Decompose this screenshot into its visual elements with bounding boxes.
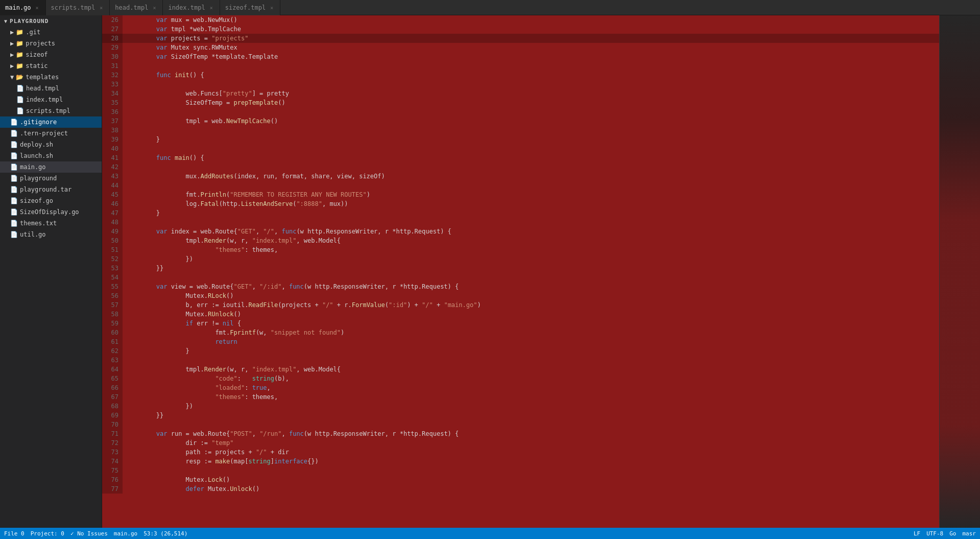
code-line: 56 Mutex.RLock() — [102, 291, 939, 300]
chevron-down-icon: ▼ — [10, 74, 14, 81]
status-file-index: File 0 — [4, 530, 25, 537]
code-line: 74 resp := make(map[string]interface{}) — [102, 457, 939, 466]
code-line: 65 "code": string(b), — [102, 374, 939, 383]
sidebar-item-templates[interactable]: ▼ 📂 templates — [0, 72, 102, 83]
sidebar-item-label: main.go — [20, 163, 46, 171]
file-icon: 📄 — [16, 96, 24, 103]
code-line: 37 tmpl = web.NewTmplCache() — [102, 116, 939, 126]
sidebar-item-label: head.tmpl — [26, 85, 59, 92]
status-masn: masr — [963, 530, 976, 537]
sidebar-item-index-tmpl[interactable]: 📄 index.tmpl — [0, 94, 102, 105]
tab-head-tmpl[interactable]: head.tmpl × — [110, 0, 163, 15]
code-line: 73 path := projects + "/" + dir — [102, 448, 939, 457]
sidebar-item-label: util.go — [20, 231, 46, 238]
sidebar-root[interactable]: ▼ playground — [0, 15, 102, 27]
tab-close-main-go[interactable]: × — [34, 5, 40, 11]
tab-close-sizeof-tmpl[interactable]: × — [269, 5, 275, 11]
sidebar-item-scripts-tmpl[interactable]: 📄 scripts.tmpl — [0, 105, 102, 116]
sidebar-item-gitignore[interactable]: 📄 .gitignore — [0, 116, 102, 128]
minimap[interactable] — [939, 15, 980, 528]
sidebar-item-projects[interactable]: ▶ 📁 projects — [0, 38, 102, 49]
sidebar-item-label: SizeOfDisplay.go — [20, 208, 79, 216]
code-line: 44 — [102, 181, 939, 190]
file-icon: 📄 — [10, 152, 18, 159]
code-line: 55 var view = web.Route{"GET", "/:id", f… — [102, 282, 939, 291]
status-bar: File 0 Project: 0 ✓ No Issues main.go 53… — [0, 528, 980, 539]
status-left: File 0 Project: 0 ✓ No Issues main.go 53… — [4, 530, 187, 537]
tab-sizeof-tmpl[interactable]: sizeof.tmpl × — [220, 0, 281, 15]
code-line: 36 — [102, 107, 939, 116]
file-icon: 📄 — [10, 130, 18, 137]
tab-close-index-tmpl[interactable]: × — [208, 5, 214, 11]
sidebar-item-tern-project[interactable]: 📄 .tern-project — [0, 128, 102, 139]
code-line: 49 var index = web.Route{"GET", "/", fun… — [102, 227, 939, 236]
code-line: 34 web.Funcs["pretty"] = pretty — [102, 89, 939, 98]
code-line: 53 }} — [102, 264, 939, 273]
chevron-right-icon: ▶ — [10, 51, 14, 58]
sidebar-root-label: playground — [10, 18, 49, 25]
code-line: 39 } — [102, 135, 939, 144]
tab-label: main.go — [5, 4, 31, 11]
code-line: 42 — [102, 162, 939, 172]
tab-close-head-tmpl[interactable]: × — [151, 5, 157, 11]
file-icon: 📄 — [10, 141, 18, 148]
sidebar-item-themes-txt[interactable]: 📄 themes.txt — [0, 218, 102, 229]
code-line: 51 "themes": themes, — [102, 245, 939, 254]
sidebar-item-playground-tar[interactable]: 📄 playground.tar — [0, 184, 102, 195]
tab-close-scripts-tmpl[interactable]: × — [98, 5, 104, 11]
tab-index-tmpl[interactable]: index.tmpl × — [163, 0, 220, 15]
code-line: 48 — [102, 218, 939, 227]
tab-main-go[interactable]: main.go × — [0, 0, 46, 15]
code-line: 67 "themes": themes, — [102, 392, 939, 402]
status-language[interactable]: Go — [949, 530, 956, 537]
code-line: 26 var mux = web.NewMux() — [102, 15, 939, 25]
sidebar-item-label: .git — [26, 29, 40, 36]
code-line: 41 func main() { — [102, 153, 939, 162]
sidebar-item-sizeof-go[interactable]: 📄 sizeof.go — [0, 195, 102, 206]
sidebar-item-label: projects — [26, 40, 55, 47]
folder-icon: 📁 — [16, 62, 23, 69]
sidebar-item-launch-sh[interactable]: 📄 launch.sh — [0, 150, 102, 161]
code-line: 50 tmpl.Render(w, r, "index.tmpl", web.M… — [102, 236, 939, 245]
sidebar-item-static[interactable]: ▶ 📁 static — [0, 60, 102, 72]
sidebar-item-git[interactable]: ▶ 📁 .git — [0, 27, 102, 38]
tab-label: head.tmpl — [115, 4, 148, 11]
code-line: 35 SizeOfTemp = prepTemplate() — [102, 98, 939, 107]
code-editor[interactable]: 26 var mux = web.NewMux() 27 var tmpl *w… — [102, 15, 939, 528]
chevron-right-icon: ▶ — [10, 62, 14, 69]
code-line: 58 Mutex.RUnlock() — [102, 310, 939, 319]
code-line: 45 fmt.Println("REMEMBER TO REGISTER ANY… — [102, 190, 939, 199]
code-line: 71 var run = web.Route{"POST", "/run", f… — [102, 429, 939, 438]
sidebar-item-sizeofdisplay-go[interactable]: 📄 SizeOfDisplay.go — [0, 206, 102, 218]
chevron-right-icon: ▶ — [10, 29, 14, 36]
status-issues: ✓ No Issues — [70, 530, 108, 537]
status-line-ending[interactable]: LF — [914, 530, 920, 537]
sidebar-item-deploy-sh[interactable]: 📄 deploy.sh — [0, 139, 102, 150]
file-icon: 📄 — [10, 163, 18, 171]
tab-label: index.tmpl — [168, 4, 205, 11]
status-encoding[interactable]: UTF-8 — [926, 530, 943, 537]
code-line: 30 var SizeOfTemp *template.Template — [102, 52, 939, 61]
status-right: LF UTF-8 Go masr — [914, 530, 976, 537]
sidebar-item-util-go[interactable]: 📄 util.go — [0, 229, 102, 240]
code-line: 59 if err != nil { — [102, 319, 939, 328]
sidebar-item-playground[interactable]: 📄 playground — [0, 173, 102, 184]
sidebar-item-main-go[interactable]: 📄 main.go — [0, 161, 102, 173]
folder-icon: 📁 — [16, 40, 23, 47]
code-line: 32 func init() { — [102, 71, 939, 80]
file-icon: 📄 — [16, 85, 24, 92]
folder-icon-open: 📂 — [16, 74, 23, 81]
sidebar-item-head-tmpl[interactable]: 📄 head.tmpl — [0, 83, 102, 94]
code-line: 77 defer Mutex.Unlock() — [102, 484, 939, 494]
code-line: 40 — [102, 144, 939, 153]
tab-scripts-tmpl[interactable]: scripts.tmpl × — [46, 0, 110, 15]
chevron-right-icon: ▶ — [10, 40, 14, 47]
code-line: 72 dir := "temp" — [102, 438, 939, 448]
file-icon: 📄 — [10, 119, 18, 126]
sidebar-item-sizeof[interactable]: ▶ 📁 sizeof — [0, 49, 102, 60]
code-line: 76 Mutex.Lock() — [102, 475, 939, 484]
status-cursor: 53:3 (26,514) — [144, 530, 187, 537]
minimap-content — [940, 15, 980, 528]
file-icon: 📄 — [10, 208, 18, 216]
file-icon: 📄 — [10, 220, 18, 227]
